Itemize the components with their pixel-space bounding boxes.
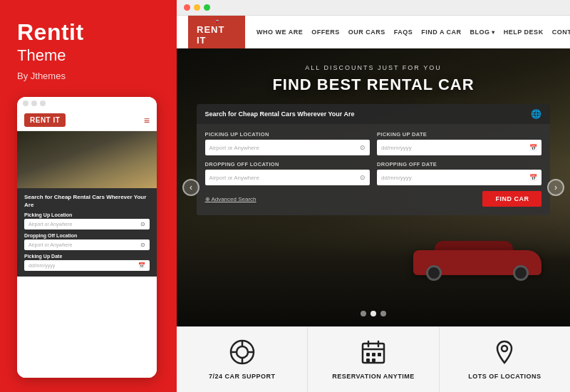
pickup-date-input[interactable]: dd/mm/yyyy 📅: [377, 140, 542, 155]
mobile-dropoff-input[interactable]: Airport or Anywhere ⊙: [24, 239, 150, 250]
mobile-pickupdate-input[interactable]: dd/mm/yyyy 📅: [24, 260, 150, 271]
theme-author: By Jthemes: [17, 71, 160, 81]
search-bottom-row: ⊕ Advanced Search FIND CAR: [205, 191, 542, 207]
mobile-dots: [23, 100, 46, 106]
search-form-row-2: Dropping Off Location Airport or Anywher…: [205, 161, 542, 185]
dropoff-date-field: Dropping Off Date dd/mm/yyyy 📅: [377, 161, 542, 185]
hero-nav-right[interactable]: ›: [547, 179, 564, 196]
mobile-mockup: RENT IT ≡ Search for Cheap Rental Cars W…: [17, 97, 157, 378]
location-icon-2: ⊙: [360, 174, 366, 181]
car-wheel-left: [426, 265, 442, 281]
site-logo-text: RENT IT: [197, 24, 237, 46]
hero-text-block: ALL DISCOUNTS JUST FOR YOU FIND BEST REN…: [177, 48, 570, 94]
mobile-dropoff-label: Dropping Off Location: [24, 233, 150, 238]
mobile-dropoff-placeholder: Airport or Anywhere: [28, 242, 72, 247]
nav-help-desk[interactable]: HELP DESK: [504, 29, 544, 36]
mobile-pickup-input[interactable]: Airport or Anywhere ⊙: [24, 219, 150, 229]
svg-rect-14: [372, 359, 375, 362]
left-panel: Rentit Theme By Jthemes RENT IT ≡ Search…: [0, 0, 177, 392]
dropoff-date-label: Dropping Off Date: [377, 161, 542, 167]
hero-nav-left[interactable]: ‹: [182, 179, 200, 196]
svg-rect-12: [378, 353, 381, 356]
car-support-icon: [229, 339, 255, 368]
dropoff-location-placeholder: Airport or Anywhere: [209, 175, 259, 181]
find-car-button[interactable]: FIND CAR: [482, 191, 542, 207]
theme-title: Rentit: [17, 20, 160, 45]
svg-rect-13: [366, 359, 370, 362]
nav-blog[interactable]: BLOG: [470, 29, 495, 36]
mobile-pickup-label: Picking Up Location: [24, 212, 150, 217]
dropoff-location-input[interactable]: Airport or Anywhere ⊙: [205, 170, 370, 185]
reservation-label: RESERVATION ANYTIME: [332, 373, 415, 380]
mobile-calendar-icon: 📅: [138, 262, 145, 269]
dropoff-date-placeholder: dd/mm/yyyy: [381, 175, 412, 181]
mobile-pickupdate-label: Picking Up Date: [24, 254, 150, 259]
feature-reservation: RESERVATION ANYTIME: [308, 327, 439, 392]
pickup-date-placeholder: dd/mm/yyyy: [381, 145, 412, 151]
dropoff-date-input[interactable]: dd/mm/yyyy 📅: [377, 170, 542, 185]
hero-title: FIND BEST RENTAL CAR: [177, 76, 570, 94]
mobile-hero-road: [17, 131, 157, 188]
desktop-site: 🚗 RENT IT WHO WE ARE OFFERS OUR CARS FAQ…: [177, 16, 570, 392]
pickup-location-input[interactable]: Airport or Anywhere ⊙: [205, 140, 370, 155]
mobile-location-icon-2: ⊙: [140, 242, 145, 248]
car-wheel-right: [513, 265, 529, 281]
svg-point-1: [237, 346, 248, 358]
mobile-location-icon: ⊙: [140, 221, 145, 227]
mobile-dot-1: [23, 100, 28, 106]
mobile-pickup-placeholder: Airport or Anywhere: [28, 222, 72, 227]
svg-point-15: [502, 346, 507, 351]
reservation-icon: [361, 339, 386, 368]
pickup-date-field: Picking Up Date dd/mm/yyyy 📅: [377, 131, 542, 155]
hero-dot-2[interactable]: [370, 311, 376, 316]
right-panel: 🚗 RENT IT WHO WE ARE OFFERS OUR CARS FAQ…: [177, 0, 570, 392]
dropoff-location-field: Dropping Off Location Airport or Anywher…: [205, 161, 370, 185]
feature-locations: LOTS OF LOCATIONS: [440, 327, 570, 392]
pickup-location-field: Picking Up Location Airport or Anywhere …: [205, 131, 370, 155]
svg-rect-11: [372, 353, 375, 356]
mobile-search-title: Search for Cheap Rental Cars Wherever Yo…: [24, 194, 150, 209]
mobile-dot-3: [40, 100, 46, 106]
browser-dot-yellow[interactable]: [194, 4, 200, 11]
mobile-logo-box: RENT IT: [24, 113, 66, 127]
theme-subtitle: Theme: [17, 46, 160, 65]
calendar-icon-2: 📅: [529, 174, 537, 181]
browser-dot-green[interactable]: [204, 4, 210, 11]
site-header: 🚗 RENT IT WHO WE ARE OFFERS OUR CARS FAQ…: [177, 16, 570, 48]
advanced-search-link[interactable]: ⊕ Advanced Search: [205, 196, 256, 202]
nav-find-a-car[interactable]: FIND A CAR: [421, 29, 461, 36]
nav-who-we-are[interactable]: WHO WE ARE: [256, 29, 303, 36]
nav-offers[interactable]: OFFERS: [311, 29, 340, 36]
nav-faqs[interactable]: FAQS: [394, 29, 413, 36]
browser-dot-red[interactable]: [184, 4, 190, 11]
site-nav: WHO WE ARE OFFERS OUR CARS FAQS FIND A C…: [256, 29, 570, 36]
search-form-header-text: Search for Cheap Rental Cars Wherever Yo…: [205, 110, 355, 118]
mobile-logo-text: RENT IT: [30, 116, 60, 124]
mobile-top-bar: [17, 97, 157, 110]
site-logo-box: 🚗 RENT IT: [188, 16, 245, 50]
hero-dot-1[interactable]: [361, 311, 366, 316]
mobile-header: RENT IT ≡: [17, 110, 157, 131]
search-form-body: Picking Up Location Airport or Anywhere …: [197, 124, 551, 215]
site-features: 7/24 CAR SUPPORT RESE: [177, 326, 570, 392]
hero-dot-3[interactable]: [380, 311, 386, 316]
hero-car: [413, 234, 542, 284]
svg-rect-10: [366, 353, 370, 356]
pickup-date-label: Picking Up Date: [377, 131, 542, 138]
calendar-icon-1: 📅: [529, 144, 537, 151]
nav-our-cars[interactable]: OUR CARS: [348, 29, 385, 36]
site-hero: ‹ › ALL DISCOUNTS JUST FOR YOU FIND BEST…: [177, 48, 570, 326]
locations-label: LOTS OF LOCATIONS: [468, 373, 541, 380]
mobile-bottom-fade: [17, 277, 157, 378]
search-form-container: Search for Cheap Rental Cars Wherever Yo…: [197, 104, 551, 215]
car-support-label: 7/24 CAR SUPPORT: [209, 373, 276, 380]
search-form-row-1: Picking Up Location Airport or Anywhere …: [205, 131, 542, 155]
nav-contact[interactable]: CONTACT: [552, 29, 570, 36]
hero-subtitle: ALL DISCOUNTS JUST FOR YOU: [177, 64, 570, 71]
hamburger-icon[interactable]: ≡: [144, 115, 150, 125]
search-form-header: Search for Cheap Rental Cars Wherever Yo…: [197, 104, 551, 124]
globe-icon: 🌐: [531, 109, 542, 119]
feature-car-support: 7/24 CAR SUPPORT: [177, 327, 308, 392]
mobile-search-section: Search for Cheap Rental Cars Wherever Yo…: [17, 188, 157, 277]
pickup-location-placeholder: Airport or Anywhere: [209, 145, 259, 151]
